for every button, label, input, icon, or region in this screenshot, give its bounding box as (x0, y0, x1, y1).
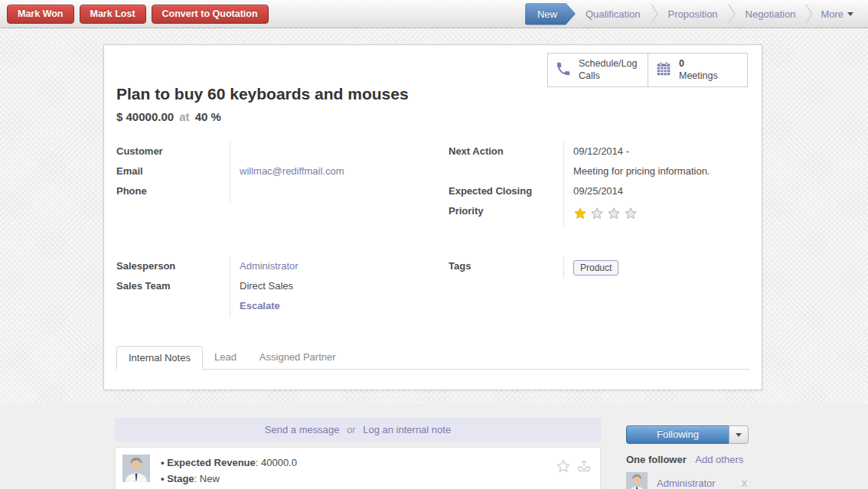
priority-stars (573, 205, 755, 223)
more-label: More (821, 8, 844, 20)
opportunity-sheet: Schedule/Log Calls (103, 44, 762, 390)
expected-revenue-line: $ 40000.00 at 40 % (116, 110, 749, 123)
message-body: Expected Revenue: 40000.0 Stage: New Sal… (161, 455, 556, 489)
msg-line-value: : 40000.0 (256, 457, 297, 468)
contact-field-group: Customer Email willmac@rediffmail.com Ph… (116, 142, 438, 226)
next-action-note[interactable]: Meeting for pricing information. (563, 162, 755, 182)
calls-button-line1: Schedule/Log (579, 58, 637, 69)
mark-won-button[interactable]: Mark Won (7, 5, 74, 24)
notebook-tabs: Internal Notes Lead Assigned Partner (116, 346, 749, 370)
follower-item: Administrator x (626, 472, 749, 489)
follower-name-link[interactable]: Administrator (657, 478, 716, 489)
star-empty-icon[interactable] (624, 207, 638, 223)
priority-label: Priority (449, 202, 563, 226)
expected-closing-value[interactable]: 09/25/2014 (563, 182, 755, 202)
meetings-count: 0 (679, 58, 684, 69)
chevron-down-icon (847, 12, 853, 19)
follower-count: One follower (626, 454, 687, 465)
chatter-area: Send a message or Log an internal note E… (0, 404, 868, 489)
log-internal-note-link[interactable]: Log an internal note (363, 424, 451, 435)
page-title: Plan to buy 60 keyboards and mouses (116, 85, 749, 103)
chevron-separator-icon (651, 4, 658, 24)
revenue-connector: at (177, 110, 191, 123)
tag-product[interactable]: Product (573, 260, 618, 275)
following-dropdown-button[interactable] (729, 425, 749, 444)
sales-team-label: Sales Team (116, 277, 230, 297)
msg-line-label: Expected Revenue (167, 457, 256, 468)
star-empty-icon[interactable] (607, 207, 621, 223)
composer-or-label: or (342, 424, 361, 435)
sales-field-group: Salesperson Administrator Sales Team Dir… (116, 257, 438, 317)
escalate-link[interactable]: Escalate (240, 300, 280, 311)
fields-section-2: Salesperson Administrator Sales Team Dir… (116, 257, 749, 317)
followers-panel: Following One follower Add others Admini… (626, 425, 749, 489)
email-value-link[interactable]: willmac@rediffmail.com (240, 165, 344, 177)
chevron-separator-icon (805, 4, 813, 24)
add-others-link[interactable]: Add others (695, 454, 743, 465)
phone-icon (555, 60, 572, 80)
action-buttons: Mark Won Mark Lost Convert to Quotation (7, 5, 269, 24)
follow-button-group: Following (626, 425, 749, 444)
next-action-dash: - (626, 145, 629, 157)
revenue-probability: 40 % (195, 110, 221, 123)
msg-line-value: : New (194, 473, 220, 484)
customer-field[interactable] (230, 142, 438, 162)
mark-done-inbox-icon[interactable] (576, 458, 592, 477)
meetings-button[interactable]: 0 Meetings (648, 54, 747, 86)
stage-proposition[interactable]: Proposition (658, 8, 728, 20)
next-action-label: Next Action (449, 142, 563, 162)
form-background: Schedule/Log Calls (0, 28, 868, 404)
mark-lost-button[interactable]: Mark Lost (80, 5, 146, 24)
email-label: Email (116, 162, 230, 182)
chevron-down-icon (736, 433, 742, 440)
composer-bar: Send a message or Log an internal note (115, 418, 601, 442)
stage-statusbar: New Qualification Proposition Negotiatio… (525, 3, 861, 25)
message-item: Expected Revenue: 40000.0 Stage: New Sal… (115, 447, 601, 489)
revenue-amount: $ 40000.00 (116, 110, 174, 123)
tab-lead[interactable]: Lead (203, 346, 248, 369)
stage-new-active[interactable]: New (525, 3, 576, 25)
phone-label: Phone (116, 182, 230, 202)
tab-assigned-partner[interactable]: Assigned Partner (248, 346, 348, 369)
customer-label: Customer (116, 142, 230, 162)
schedule-log-calls-button[interactable]: Schedule/Log Calls (548, 54, 648, 86)
calendar-icon (655, 60, 672, 80)
sales-team-value[interactable]: Direct Sales (230, 277, 438, 297)
meetings-label: Meetings (679, 70, 718, 81)
following-button[interactable]: Following (626, 425, 729, 444)
phone-field[interactable] (230, 182, 438, 202)
salesperson-label: Salesperson (116, 257, 230, 277)
star-outline-icon[interactable] (556, 458, 571, 477)
remove-follower-icon[interactable]: x (742, 477, 747, 489)
tags-field-group: Tags Product (449, 257, 755, 317)
chevron-separator-icon (728, 4, 736, 24)
avatar (122, 455, 150, 482)
followers-header: One follower Add others (626, 454, 749, 465)
star-filled-icon[interactable] (573, 207, 587, 223)
salesperson-value-link[interactable]: Administrator (240, 260, 299, 272)
stage-negotiation[interactable]: Negotiation (736, 8, 806, 20)
convert-to-quotation-button[interactable]: Convert to Quotation (152, 5, 269, 24)
tab-internal-notes[interactable]: Internal Notes (116, 346, 203, 370)
star-empty-icon[interactable] (590, 207, 604, 223)
fields-section-1: Customer Email willmac@rediffmail.com Ph… (116, 142, 749, 226)
sheet-stat-buttons: Schedule/Log Calls (547, 53, 748, 87)
stage-qualification[interactable]: Qualification (576, 8, 651, 20)
next-action-date[interactable]: 09/12/2014 (573, 145, 623, 157)
calls-button-line2: Calls (579, 70, 600, 81)
avatar (626, 472, 648, 489)
top-toolbar: Mark Won Mark Lost Convert to Quotation … (0, 0, 868, 28)
planning-field-group: Next Action 09/12/2014 - Meeting for pri… (449, 142, 755, 226)
msg-line-label: Stage (167, 473, 194, 484)
expected-closing-label: Expected Closing (449, 182, 563, 202)
message-thread: Send a message or Log an internal note E… (115, 418, 601, 489)
tags-label: Tags (449, 257, 563, 279)
stage-more-dropdown[interactable]: More (813, 8, 861, 20)
message-actions (556, 458, 592, 477)
send-message-link[interactable]: Send a message (265, 424, 340, 435)
